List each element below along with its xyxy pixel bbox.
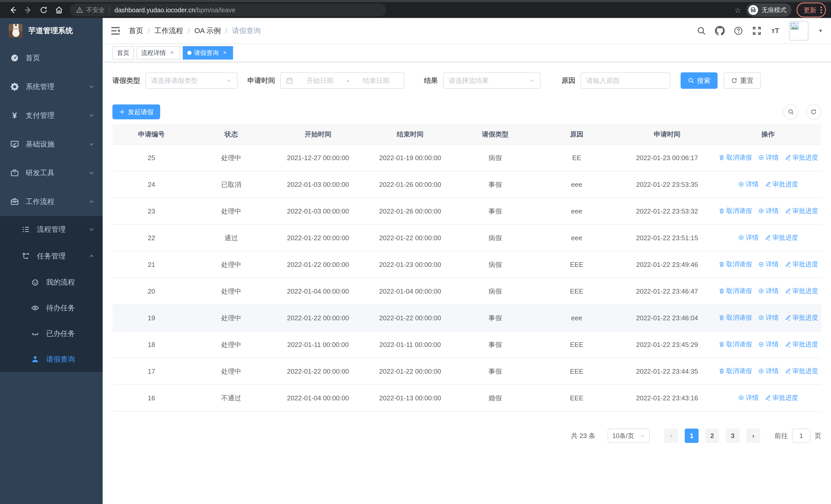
table-row[interactable]: 21处理中2022-01-22 00:00:002022-01-23 00:00… — [112, 251, 821, 278]
refresh-table-icon[interactable] — [806, 104, 821, 120]
goto-page-input[interactable] — [792, 428, 810, 443]
security-label[interactable]: 不安全 — [86, 6, 105, 14]
table-row[interactable]: 18处理中2022-01-11 00:00:002022-01-11 00:00… — [112, 331, 821, 358]
reset-button[interactable]: 重置 — [724, 72, 761, 89]
table-row[interactable]: 25处理中2021-12-27 00:00:002022-01-19 00:00… — [112, 145, 821, 171]
reason-input[interactable]: 请输入原因 — [580, 72, 670, 89]
create-leave-button[interactable]: 发起请假 — [112, 105, 160, 119]
home-button[interactable] — [51, 3, 67, 17]
sidebar-item-workflow[interactable]: 工作流程 — [0, 187, 103, 216]
sidebar-item-payment[interactable]: ¥ 支付管理 — [0, 101, 103, 130]
next-page-button[interactable]: › — [746, 428, 760, 443]
sidebar-item-label: 请假查询 — [46, 354, 75, 364]
table-row[interactable]: 23处理中2022-01-03 00:00:002022-01-26 00:00… — [112, 198, 821, 225]
detail-link[interactable]: 详情 — [758, 153, 779, 162]
help-icon[interactable] — [734, 26, 743, 36]
detail-link[interactable]: 详情 — [758, 287, 779, 295]
table-row[interactable]: 22通过2022-01-22 00:00:002022-01-22 00:00:… — [112, 225, 821, 251]
avatar-caret-icon[interactable]: ▼ — [818, 28, 823, 34]
detail-link[interactable]: 详情 — [738, 393, 758, 402]
update-label[interactable]: 更新 — [804, 6, 816, 14]
table-row[interactable]: 19处理中2022-01-22 00:00:002022-01-22 00:00… — [112, 305, 821, 331]
detail-link[interactable]: 详情 — [738, 233, 758, 242]
detail-link[interactable]: 详情 — [758, 207, 779, 215]
cancel-leave-link[interactable]: 取消请假 — [719, 313, 752, 322]
sidebar-collapse-icon[interactable] — [110, 26, 121, 36]
search-button[interactable]: 搜索 — [681, 72, 718, 89]
font-size-icon[interactable]: тT — [770, 26, 780, 36]
page-button-3[interactable]: 3 — [726, 428, 740, 443]
address-bar[interactable]: 不安全 dashboard.yudao.iocoder.cn/bpm/oa/le… — [70, 4, 386, 17]
cancel-leave-link[interactable]: 取消请假 — [719, 340, 752, 349]
date-end-input[interactable]: 结束日期 — [353, 76, 399, 85]
cancel-leave-link[interactable]: 取消请假 — [719, 153, 752, 162]
close-icon[interactable]: × — [168, 49, 175, 56]
sidebar-item-process-mgmt[interactable]: 流程管理 — [0, 216, 103, 243]
cancel-leave-link[interactable]: 取消请假 — [719, 260, 752, 268]
security-warning-icon[interactable] — [76, 6, 83, 13]
sidebar-item-leave-query[interactable]: 请假查询 — [0, 347, 103, 372]
browser-menu-icon[interactable] — [821, 7, 822, 13]
back-button[interactable] — [5, 3, 21, 17]
page-size-select[interactable]: 10条/页 — [608, 428, 650, 443]
sidebar-item-home[interactable]: 首页 — [0, 43, 103, 72]
page-button-1[interactable]: 1 — [685, 428, 698, 443]
browser-update-button[interactable]: 更新 — [797, 3, 826, 18]
cancel-leave-link[interactable]: 取消请假 — [719, 367, 752, 375]
tab-home[interactable]: 首页 — [112, 46, 134, 60]
detail-link[interactable]: 详情 — [758, 313, 779, 322]
approval-progress-link[interactable]: 审批进度 — [785, 260, 818, 268]
sidebar-item-done-tasks[interactable]: 已办任务 — [0, 321, 103, 347]
breadcrumb-home[interactable]: 首页 — [129, 26, 143, 36]
sidebar-item-infra[interactable]: 基础设施 — [0, 130, 103, 158]
forward-button[interactable] — [21, 3, 36, 17]
detail-link[interactable]: 详情 — [738, 180, 758, 188]
reload-button[interactable] — [36, 3, 51, 17]
detail-link[interactable]: 详情 — [758, 367, 779, 375]
github-icon[interactable] — [715, 26, 725, 36]
bookmark-star-icon[interactable]: ☆ — [734, 6, 741, 14]
approval-progress-link[interactable]: 审批进度 — [765, 180, 798, 188]
prev-page-button[interactable]: ‹ — [664, 428, 678, 443]
result-select[interactable]: 请选择流结果 — [443, 72, 541, 89]
sidebar-item-devtools[interactable]: 研发工具 — [0, 158, 103, 187]
detail-link[interactable]: 详情 — [758, 260, 779, 268]
table-row[interactable]: 24已取消2022-01-03 00:00:002022-01-26 00:00… — [112, 171, 821, 198]
sidebar-item-task-mgmt[interactable]: 任务管理 — [0, 243, 103, 269]
page-button-2[interactable]: 2 — [705, 428, 719, 443]
cancel-leave-link[interactable]: 取消请假 — [719, 207, 752, 215]
fullscreen-icon[interactable] — [752, 26, 762, 36]
reason-label: 原因 — [562, 76, 575, 85]
sidebar-item-system[interactable]: 系统管理 — [0, 72, 103, 101]
search-toggle-icon[interactable] — [783, 104, 799, 120]
breadcrumb-oa[interactable]: OA 示例 — [195, 26, 221, 36]
cancel-leave-link[interactable]: 取消请假 — [719, 287, 752, 295]
close-icon[interactable]: × — [221, 49, 228, 56]
approval-progress-link[interactable]: 审批进度 — [785, 287, 818, 295]
table-row[interactable]: 20处理中2022-01-04 00:00:002022-01-04 00:00… — [112, 278, 821, 305]
approval-progress-link[interactable]: 审批进度 — [785, 367, 818, 375]
approval-progress-link[interactable]: 审批进度 — [765, 233, 798, 242]
sidebar-item-todo-tasks[interactable]: 待办任务 — [0, 295, 103, 321]
approval-progress-link[interactable]: 审批进度 — [785, 313, 818, 322]
tab-process-detail[interactable]: 流程详情 × — [137, 46, 180, 60]
detail-link[interactable]: 详情 — [758, 340, 779, 349]
breadcrumb-workflow[interactable]: 工作流程 — [154, 26, 183, 36]
approval-progress-link[interactable]: 审批进度 — [785, 340, 818, 349]
approval-progress-link[interactable]: 审批进度 — [765, 393, 798, 402]
apply-time-range-picker[interactable]: 开始日期 - 结束日期 — [280, 72, 404, 89]
approval-progress-link[interactable]: 审批进度 — [785, 153, 818, 162]
leave-type-select[interactable]: 请选择请假类型 — [145, 72, 238, 89]
tab-leave-query[interactable]: 请假查询 × — [183, 46, 233, 60]
search-icon[interactable] — [696, 26, 706, 36]
trash-icon — [719, 341, 725, 348]
approval-progress-link[interactable]: 审批进度 — [785, 207, 818, 215]
app-logo-row[interactable]: 芋道管理系统 — [0, 18, 103, 43]
date-start-input[interactable]: 开始日期 — [297, 76, 343, 85]
table-row[interactable]: 16不通过2022-01-04 00:00:002022-01-13 00:00… — [112, 385, 821, 411]
table-row[interactable]: 17处理中2022-01-22 00:00:002022-01-22 00:00… — [112, 358, 821, 385]
avatar[interactable] — [789, 21, 808, 40]
page-buttons: 123 — [685, 428, 740, 443]
sidebar-item-my-process[interactable]: 我的流程 — [0, 269, 103, 295]
leave-type-label: 请假类型 — [112, 76, 140, 85]
